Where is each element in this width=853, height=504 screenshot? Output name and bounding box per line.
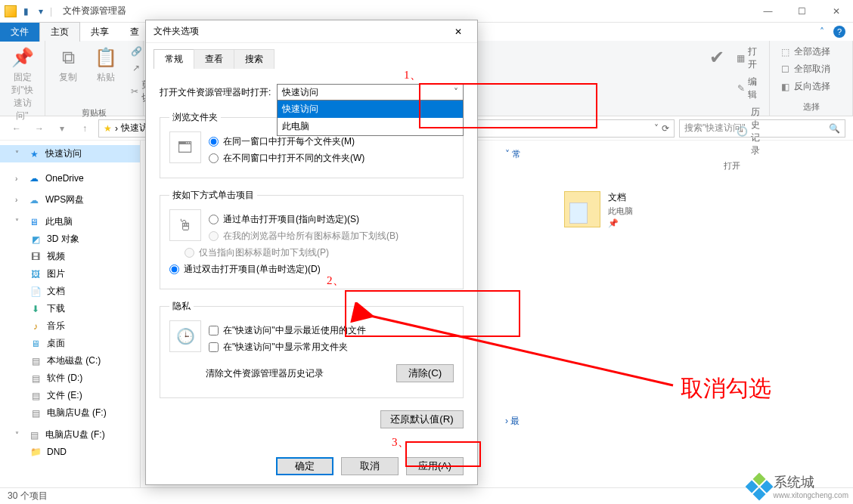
copy-icon: ⧉ <box>56 45 80 70</box>
drive-icon: ▤ <box>29 373 42 385</box>
radio-diff-window[interactable]: 在不同窗口中打开不同的文件夹(W) <box>209 152 454 165</box>
open-icon: ▦ <box>737 52 745 64</box>
ribbon-collapse-icon[interactable]: ˄ <box>820 26 824 37</box>
maximize-button[interactable]: ☐ <box>785 0 819 23</box>
apply-button[interactable]: 应用(A) <box>406 457 464 475</box>
qat-item-icon[interactable]: ▮ <box>20 5 32 17</box>
tree-quick-access[interactable]: ˅★快速访问 <box>0 145 140 162</box>
share-tab[interactable]: 共享 <box>80 23 119 42</box>
tree-videos[interactable]: 🎞视频 <box>0 248 140 265</box>
tree-usb-f[interactable]: ▤电脑店U盘 (F:) <box>0 404 140 422</box>
tab-view[interactable]: 查看 <box>194 49 234 69</box>
radio-same-window[interactable]: 在同一窗口中打开每个文件夹(M) <box>209 135 454 148</box>
tree-this-pc[interactable]: ˅🖥此电脑 <box>0 213 140 230</box>
drive-icon: ▤ <box>29 355 42 367</box>
tree-e-drive[interactable]: ▤文件 (E:) <box>0 387 140 404</box>
star-icon: ★ <box>27 148 41 160</box>
picture-icon: 🖼 <box>29 268 42 280</box>
nav-forward-button[interactable]: → <box>30 119 48 138</box>
group-legend: 浏览文件夹 <box>169 111 221 124</box>
clear-button[interactable]: 清除(C) <box>396 364 454 382</box>
tree-documents[interactable]: 📄文档 <box>0 283 140 300</box>
group-label: 选择 <box>776 100 846 113</box>
tree-desktop[interactable]: 🖥桌面 <box>0 335 140 352</box>
nav-up-button[interactable]: ↑ <box>76 119 94 138</box>
cancel-button[interactable]: 取消 <box>341 457 399 475</box>
tree-3d-objects[interactable]: ◩3D 对象 <box>0 230 140 248</box>
group-header[interactable]: 常 <box>512 149 521 159</box>
cloud-icon: ☁ <box>27 194 41 206</box>
usb-icon: ▤ <box>29 407 42 419</box>
select-all-icon: ⬚ <box>779 46 791 58</box>
open-button[interactable]: ▦打开 <box>734 44 764 73</box>
cloud-icon: ☁ <box>27 172 41 184</box>
annotation-number-1: 1、 <box>404 68 421 82</box>
pin-icon: 📌 <box>11 45 35 70</box>
tree-onedrive[interactable]: ›☁OneDrive <box>0 170 140 187</box>
open-with-label: 打开文件资源管理器时打开: <box>160 86 271 99</box>
dialog-title-bar: 文件夹选项 ✕ <box>146 20 477 43</box>
tree-dnd[interactable]: 📁DND <box>0 444 140 460</box>
tree-d-drive[interactable]: ▤软件 (D:) <box>0 369 140 387</box>
search-icon: 🔍 <box>829 123 840 134</box>
window-title: 文件资源管理器 <box>57 5 126 17</box>
select-none-button[interactable]: ☐全部取消 <box>776 61 846 77</box>
search-input[interactable]: 搜索"快速访问" 🔍 <box>679 119 845 138</box>
nav-recent-button[interactable]: ▾ <box>53 119 71 138</box>
dialog-title: 文件夹选项 <box>154 25 199 38</box>
qat-dropdown-icon[interactable]: ▾ <box>35 5 47 17</box>
tab-search[interactable]: 搜索 <box>234 49 275 69</box>
app-icon <box>5 5 17 17</box>
watermark-logo-icon <box>745 472 773 500</box>
ok-button[interactable]: 确定 <box>276 457 333 475</box>
radio-double-click[interactable]: 通过双击打开项目(单击时选定)(D) <box>169 263 454 276</box>
group-legend: 按如下方式单击项目 <box>169 189 257 202</box>
checkmark-icon: ✔ <box>705 45 729 70</box>
paste-icon: 📋 <box>94 45 118 70</box>
copy-button[interactable]: ⧉复制 <box>51 44 85 106</box>
drive-icon: ▤ <box>29 390 42 402</box>
combo-option-quickaccess[interactable]: 快速访问 <box>278 100 463 118</box>
breadcrumb-item[interactable]: 快速访 <box>121 122 148 135</box>
check-frequent-folders[interactable]: 在"快速访问"中显示常用文件夹 <box>209 341 454 354</box>
home-tab[interactable]: 主页 <box>39 22 80 42</box>
dialog-close-button[interactable]: ✕ <box>447 26 470 37</box>
tree-pictures[interactable]: 🖼图片 <box>0 265 140 283</box>
tree-c-drive[interactable]: ▤本地磁盘 (C:) <box>0 352 140 369</box>
search-placeholder: 搜索"快速访问" <box>684 122 746 135</box>
folder-icon <box>564 191 600 227</box>
edit-button[interactable]: ✎编辑 <box>734 74 764 103</box>
file-item[interactable]: 文档此电脑📌 <box>564 191 715 228</box>
document-icon: 📄 <box>29 286 42 298</box>
file-tab[interactable]: 文件 <box>0 23 39 42</box>
pin-quickaccess-button[interactable]: 📌固定到"快 速访问" <box>6 44 39 124</box>
tab-general[interactable]: 常规 <box>154 49 194 69</box>
clear-history-label: 清除文件资源管理器历史记录 <box>206 367 324 380</box>
click-items-group: 按如下方式单击项目 🖱 通过单击打开项目(指向时选定)(S) 在我的浏览器中给所… <box>160 189 464 289</box>
invert-selection-button[interactable]: ◧反向选择 <box>776 79 846 94</box>
breadcrumb-dropdown-icon[interactable]: ˅ <box>654 123 659 134</box>
pc-icon: 🖥 <box>27 216 41 228</box>
tree-music[interactable]: ♪音乐 <box>0 317 140 335</box>
help-icon[interactable]: ? <box>833 26 845 38</box>
refresh-icon[interactable]: ⟳ <box>662 123 669 134</box>
group-header[interactable]: 最 <box>510 416 520 426</box>
tree-downloads[interactable]: ⬇下载 <box>0 300 140 317</box>
minimize-button[interactable]: — <box>751 0 785 23</box>
close-button[interactable]: ✕ <box>819 0 853 23</box>
paste-button[interactable]: 📋粘贴 <box>89 44 123 106</box>
radio-underline-all: 在我的浏览器中给所有图标标题加下划线(B) <box>209 230 454 243</box>
check-recent-files[interactable]: 在"快速访问"中显示最近使用的文件 <box>209 324 454 337</box>
tree-wps[interactable]: ›☁WPS网盘 <box>0 191 140 209</box>
group-legend: 隐私 <box>169 300 194 313</box>
scissors-icon: ✂ <box>130 85 138 97</box>
nav-back-button[interactable]: ← <box>8 119 26 138</box>
select-all-button[interactable]: ⬚全部选择 <box>776 44 846 60</box>
radio-single-click[interactable]: 通过单击打开项目(指向时选定)(S) <box>209 213 454 226</box>
combo-option-thispc[interactable]: 此电脑 <box>278 118 463 135</box>
annotation-number-2: 2、 <box>327 274 344 288</box>
select-none-icon: ☐ <box>779 63 791 76</box>
restore-defaults-button[interactable]: 还原默认值(R) <box>380 410 464 428</box>
open-with-combo[interactable]: 快速访问 ˅ 快速访问 此电脑 <box>277 84 464 100</box>
tree-usb-f2[interactable]: ˅▤电脑店U盘 (F:) <box>0 426 140 444</box>
